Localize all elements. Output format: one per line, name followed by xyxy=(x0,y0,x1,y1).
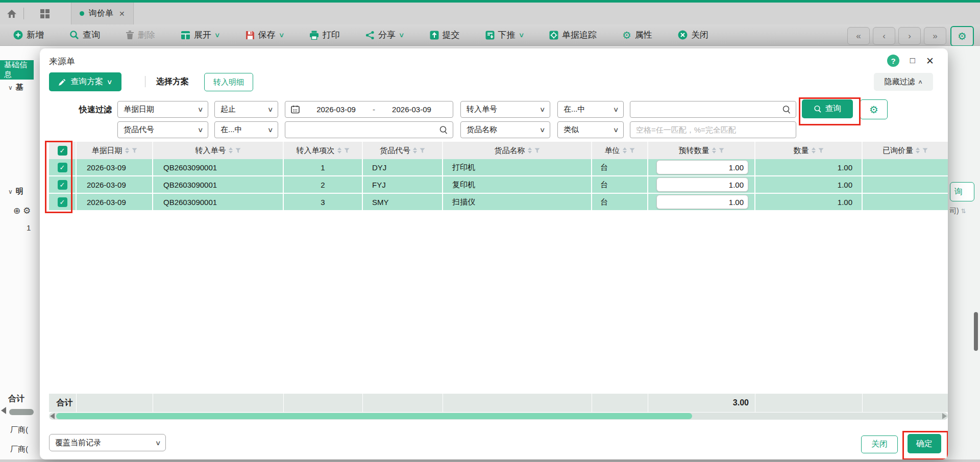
toolbar-save-button[interactable]: 保存 ∨ xyxy=(246,29,284,41)
chevron-down-icon: ∨ xyxy=(540,106,546,113)
transfer-qty-input[interactable] xyxy=(656,177,748,192)
home-button[interactable] xyxy=(0,3,23,24)
filter-funnel-icon[interactable] xyxy=(629,148,635,153)
overwrite-mode-select[interactable]: 覆盖当前记录 ∨ xyxy=(49,434,166,451)
toolbar-close-button[interactable]: 关闭 xyxy=(678,29,708,41)
tab-close-icon[interactable]: ✕ xyxy=(119,10,125,18)
maximize-icon[interactable]: □ xyxy=(906,55,919,67)
row-checkbox[interactable]: ✓ xyxy=(58,197,67,207)
transfer-qty-input[interactable] xyxy=(656,195,748,209)
toolbar-print-button[interactable]: 打印 xyxy=(309,29,340,41)
toolbar-new-button[interactable]: 新增 xyxy=(13,29,44,41)
sort-icon[interactable] xyxy=(623,147,627,153)
background-vendor-label-1: 厂商( xyxy=(10,425,28,435)
filter-funnel-icon[interactable] xyxy=(719,148,724,153)
col-header-item-code[interactable]: 货品代号 xyxy=(363,142,443,159)
sort-icon[interactable] xyxy=(916,147,920,153)
filter-funnel-icon[interactable] xyxy=(420,148,425,153)
hide-filter-button[interactable]: 隐藏过滤 ∧ xyxy=(874,73,933,91)
scrollbar-thumb[interactable] xyxy=(56,413,692,419)
transfer-qty-input[interactable] xyxy=(656,160,748,174)
filter-funnel-icon[interactable] xyxy=(922,148,928,153)
table-row[interactable]: ✓ 2026-03-09 QB2603090001 1 DYJ 打印机 台 1.… xyxy=(49,159,948,176)
filter-funnel-icon[interactable] xyxy=(344,148,350,153)
toolbar-properties-button[interactable]: ⚙ 属性 xyxy=(622,29,652,41)
query-button[interactable]: 查询 xyxy=(802,99,853,118)
confirm-button[interactable]: 确定 xyxy=(908,434,941,453)
row-checkbox[interactable]: ✓ xyxy=(58,163,67,172)
close-icon[interactable]: ✕ xyxy=(924,55,936,67)
toolbar-track-button[interactable]: 单据追踪 xyxy=(549,29,597,41)
toolbar-delete-button[interactable]: 删除 xyxy=(126,29,155,41)
toolbar-expand-button[interactable]: 展开 ∨ xyxy=(181,29,220,41)
toolbar-pushdown-button[interactable]: 下推 ∨ xyxy=(485,29,524,41)
filter2-match-input[interactable] xyxy=(635,125,791,135)
sort-icon[interactable] xyxy=(413,147,417,153)
col-header-qty[interactable]: 数量 xyxy=(755,142,863,159)
dialog-close-button[interactable]: 关闭 xyxy=(861,435,898,453)
printer-icon xyxy=(309,31,319,40)
apps-menu-button[interactable] xyxy=(33,3,57,24)
filter1-search-input[interactable] xyxy=(635,105,782,114)
filter-funnel-icon[interactable] xyxy=(818,148,824,153)
filter2-field2-select[interactable]: 货品名称∨ xyxy=(460,121,550,138)
scroll-left-icon[interactable] xyxy=(50,413,55,419)
filter2-search-input[interactable] xyxy=(290,125,439,135)
filter-settings-button[interactable]: ⚙ xyxy=(860,99,888,119)
table-row[interactable]: ✓ 2026-03-09 QB2603090001 3 SMY 扫描仪 台 1.… xyxy=(49,194,948,211)
transfer-detail-button[interactable]: 转入明细 xyxy=(204,73,253,91)
nav-next-button[interactable]: › xyxy=(898,27,921,45)
scroll-right-icon[interactable] xyxy=(942,413,947,419)
date-range-field[interactable]: 2026-03-09 - 2026-03-09 xyxy=(285,101,453,118)
circle-plus-icon: ⊕ xyxy=(13,206,20,216)
col-header-transfer-qty[interactable]: 预转数量 xyxy=(648,142,755,159)
tab-bar: 询价单 ✕ xyxy=(0,3,980,24)
toolbar-query-button[interactable]: 查询 xyxy=(69,29,100,41)
help-icon[interactable]: ? xyxy=(887,55,899,67)
tab-inquiry-order[interactable]: 询价单 ✕ xyxy=(71,3,134,24)
col-header-unit[interactable]: 单位 xyxy=(592,142,648,159)
filter2-operator-select[interactable]: 在...中∨ xyxy=(214,121,278,138)
gear-icon: ⚙ xyxy=(23,206,31,216)
nav-last-button[interactable]: » xyxy=(924,27,946,45)
date-to-value: 2026-03-09 xyxy=(392,105,431,114)
filter1-operator-select[interactable]: 起止∨ xyxy=(214,101,278,118)
sort-icon[interactable] xyxy=(812,147,816,153)
filter1-field2-select[interactable]: 转入单号∨ xyxy=(460,101,550,118)
chevron-up-icon: ∧ xyxy=(918,79,923,85)
filter-funnel-icon[interactable] xyxy=(235,148,241,153)
sort-icon[interactable] xyxy=(712,147,716,153)
table-icon xyxy=(181,31,190,40)
filter2-field-select[interactable]: 货品代号∨ xyxy=(117,121,208,138)
filter1-search-box xyxy=(630,101,796,118)
col-header-inquired-qty[interactable]: 已询价量 xyxy=(863,142,948,159)
nav-first-button[interactable]: « xyxy=(847,27,870,45)
toolbar-submit-button[interactable]: 提交 xyxy=(430,29,460,41)
cell-order-no: QB2603090001 xyxy=(153,194,284,211)
col-header-line-no[interactable]: 转入单项次 xyxy=(284,142,363,159)
row-checkbox[interactable]: ✓ xyxy=(58,180,67,190)
nav-prev-button[interactable]: ‹ xyxy=(873,27,895,45)
filter1-field-select[interactable]: 单据日期∨ xyxy=(117,101,208,118)
col-header-date[interactable]: 单据日期 xyxy=(77,142,153,159)
sort-icon[interactable] xyxy=(337,147,341,153)
sort-icon[interactable] xyxy=(125,147,129,153)
cell-inquired-qty xyxy=(863,159,948,176)
select-all-checkbox[interactable]: ✓ xyxy=(58,146,67,156)
grid-icon xyxy=(40,9,50,19)
chevron-down-icon: ∨ xyxy=(8,84,13,91)
filter2-operator2-select[interactable]: 类似∨ xyxy=(557,121,624,138)
filter1-operator2-select[interactable]: 在...中∨ xyxy=(557,101,624,118)
horizontal-scrollbar[interactable] xyxy=(49,413,948,420)
col-header-order-no[interactable]: 转入单号 xyxy=(153,142,284,159)
share-icon xyxy=(365,31,375,40)
col-header-item-name[interactable]: 货品名称 xyxy=(443,142,592,159)
query-plan-button[interactable]: 查询方案 ∨ xyxy=(49,72,121,91)
layout-settings-button[interactable]: ⚙ xyxy=(950,26,974,46)
toolbar-share-button[interactable]: 分享 ∨ xyxy=(365,29,404,41)
sort-icon[interactable] xyxy=(528,147,532,153)
table-row[interactable]: ✓ 2026-03-09 QB2603090001 2 FYJ 复印机 台 1.… xyxy=(49,176,948,194)
filter-funnel-icon[interactable] xyxy=(132,148,137,153)
sort-icon[interactable] xyxy=(229,147,233,153)
filter-funnel-icon[interactable] xyxy=(534,148,540,153)
